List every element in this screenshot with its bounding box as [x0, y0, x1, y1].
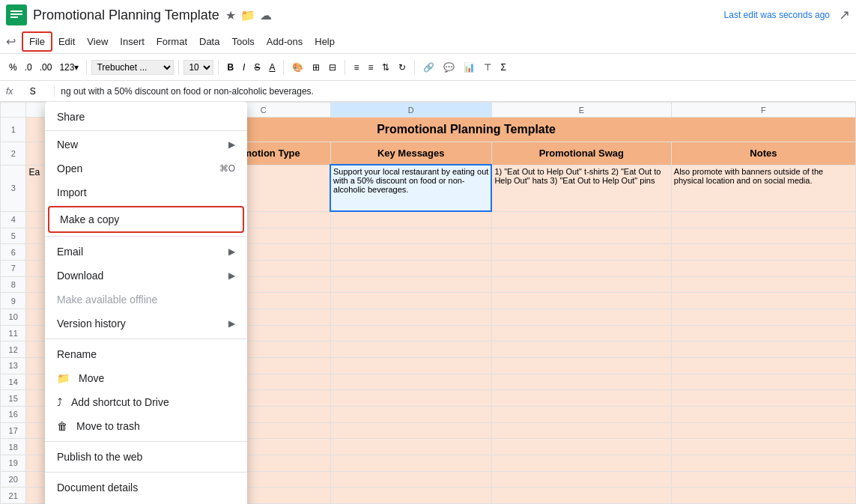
col-header-d[interactable]: D [330, 103, 491, 118]
valign-button[interactable]: ⇅ [378, 61, 393, 74]
import-label: Import [57, 186, 87, 198]
comment-button[interactable]: 💬 [440, 61, 458, 74]
border-button[interactable]: ⊞ [309, 61, 324, 74]
last-edit: Last edit was seconds ago [724, 10, 830, 20]
cell-3f[interactable]: Also promote with banners outside of the… [671, 165, 855, 211]
menu-item-edit[interactable]: Edit [52, 33, 81, 50]
menu-share[interactable]: Share [45, 105, 247, 129]
folder-icon[interactable]: 📁 [240, 8, 255, 22]
toolbar-percent[interactable]: % [6, 61, 20, 74]
chart-button[interactable]: 📊 [460, 61, 479, 74]
font-selector[interactable]: Trebuchet ... [91, 60, 174, 75]
function-button[interactable]: Σ [497, 61, 509, 74]
open-shortcut: ⌘O [219, 163, 235, 174]
fill-color-button[interactable]: 🎨 [288, 61, 307, 74]
link-button[interactable]: 🔗 [419, 61, 438, 74]
formula-content: ng out with a 50% discount on food or no… [61, 86, 314, 97]
move-icon: 📁 [57, 372, 70, 384]
menu-item-data[interactable]: Data [193, 33, 225, 50]
svg-rect-2 [10, 13, 22, 15]
toolbar-123[interactable]: 123▾ [56, 61, 82, 74]
download-arrow-icon: ▶ [228, 270, 235, 281]
menu-make-copy[interactable]: Make a copy [48, 206, 244, 233]
sheets-logo [6, 4, 27, 25]
col-header-e[interactable]: E [491, 103, 671, 118]
cell-2f-header[interactable]: Notes [671, 142, 855, 166]
menu-download[interactable]: Download ▶ [45, 264, 247, 288]
menu-item-help[interactable]: Help [309, 33, 341, 50]
version-history-label: Version history [57, 318, 228, 330]
open-label: Open [57, 163, 219, 174]
font-size-selector[interactable]: 10 [183, 60, 213, 75]
doc-details-label: Document details [57, 482, 138, 494]
row-num-1: 1 [1, 118, 26, 142]
align-center[interactable]: ≡ [364, 61, 377, 74]
menu-import[interactable]: Import [45, 180, 247, 204]
move-label: Move [79, 372, 104, 384]
menu-item-view[interactable]: View [81, 33, 114, 50]
menu-item-addons[interactable]: Add-ons [261, 33, 309, 50]
toolbar-dot00[interactable]: .00 [37, 61, 55, 74]
cell-2e-header[interactable]: Promotional Swag [491, 142, 671, 166]
trash-label: Move to trash [76, 420, 140, 432]
download-label: Download [57, 270, 228, 282]
italic-button[interactable]: I [239, 61, 249, 74]
align-left[interactable]: ≡ [350, 61, 362, 74]
merge-button[interactable]: ⊟ [325, 61, 340, 74]
menu-version-history[interactable]: Version history ▶ [45, 312, 247, 336]
menu-doc-details[interactable]: Document details [45, 476, 247, 500]
trending-icon: ↗ [839, 7, 850, 23]
row-num-3: 3 [1, 165, 26, 211]
cell-2d-header[interactable]: Key Messages [330, 142, 491, 166]
doc-title: Promotional Planning Template [33, 7, 219, 23]
svg-rect-3 [10, 16, 18, 18]
email-label: Email [57, 246, 228, 258]
menu-item-file[interactable]: File [22, 31, 52, 52]
menu-add-shortcut[interactable]: ⤴ Add shortcut to Drive [45, 390, 247, 414]
menu-trash[interactable]: 🗑 Move to trash [45, 414, 247, 438]
menu-publish[interactable]: Publish to the web [45, 445, 247, 469]
cell-ref: S [17, 86, 55, 97]
file-dropdown-menu: Share New ▶ Open ⌘O Import Make a copy E… [45, 102, 247, 504]
share-label: Share [57, 111, 85, 123]
menu-offline[interactable]: Make available offline [45, 288, 247, 312]
publish-label: Publish to the web [57, 451, 142, 463]
cell-3e[interactable]: 1) "Eat Out to Help Out" t-shirts 2) "Ea… [491, 165, 671, 211]
col-header-f[interactable]: F [671, 103, 855, 118]
menu-email[interactable]: Email ▶ [45, 240, 247, 264]
offline-label: Make available offline [57, 294, 157, 306]
filter-button[interactable]: ⊤ [480, 61, 495, 74]
menu-open[interactable]: Open ⌘O [45, 157, 247, 180]
row-num-2: 2 [1, 142, 26, 166]
undo-btn[interactable]: ↩ [6, 34, 16, 49]
menu-spreadsheet-settings[interactable]: Spreadsheet settings [45, 500, 247, 504]
email-arrow-icon: ▶ [228, 246, 235, 257]
menu-rename[interactable]: Rename [45, 342, 247, 366]
rotate-button[interactable]: ↻ [395, 61, 410, 74]
version-arrow-icon: ▶ [228, 318, 235, 329]
menu-item-insert[interactable]: Insert [114, 33, 151, 50]
make-copy-label: Make a copy [60, 213, 119, 225]
menu-item-format[interactable]: Format [151, 33, 193, 50]
cloud-icon[interactable]: ☁ [260, 8, 272, 22]
cell-3d[interactable]: Support your local restaurant by eating … [330, 165, 491, 211]
col-header-rownum [1, 103, 26, 118]
bold-button[interactable]: B [223, 61, 237, 74]
menu-item-tools[interactable]: Tools [225, 33, 260, 50]
menu-move[interactable]: 📁 Move [45, 366, 247, 390]
svg-rect-1 [10, 10, 22, 12]
strikethrough-button[interactable]: S [250, 61, 264, 74]
rename-label: Rename [57, 348, 97, 360]
add-shortcut-label: Add shortcut to Drive [71, 396, 169, 408]
shortcut-icon: ⤴ [57, 396, 62, 408]
new-arrow-icon: ▶ [228, 139, 235, 150]
menu-new[interactable]: New ▶ [45, 133, 247, 157]
underline-button[interactable]: A [265, 61, 279, 74]
toolbar-dot0[interactable]: .0 [22, 61, 35, 74]
trash-icon: 🗑 [57, 420, 67, 432]
fx-label: fx [6, 86, 13, 97]
star-icon[interactable]: ★ [225, 8, 236, 22]
new-label: New [57, 139, 228, 151]
